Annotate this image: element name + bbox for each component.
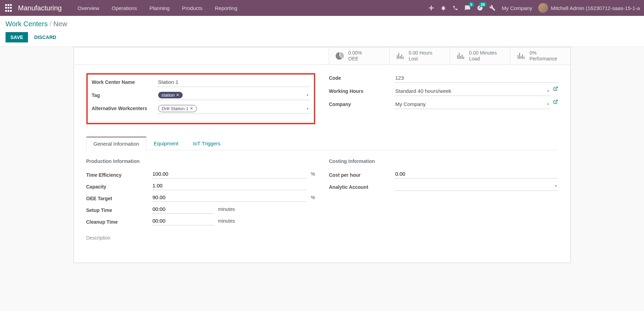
code-input[interactable] [395, 73, 558, 83]
nav-operations[interactable]: Operations [105, 1, 143, 15]
bar-chart-icon [396, 51, 405, 60]
nav-reporting[interactable]: Reporting [209, 1, 243, 15]
alt-label: Alternative Workcenters [92, 104, 157, 111]
cost-section-title: Costing Information [329, 158, 558, 164]
nav-planning[interactable]: Planning [143, 1, 176, 15]
name-label: Work Center Name [92, 77, 157, 85]
setup-input[interactable] [152, 205, 214, 214]
alt-input[interactable]: Drill Station 1 ✕ [157, 104, 310, 114]
plus-icon[interactable] [429, 5, 434, 11]
oee-target-label: OEE Target [86, 194, 152, 201]
alt-pill: Drill Station 1 ✕ [158, 105, 197, 112]
name-input[interactable] [157, 77, 310, 87]
activities-badge: 28 [479, 2, 487, 7]
tab-bar: General Information Equipment IoT Trigge… [86, 137, 558, 150]
save-button[interactable]: SAVE [6, 32, 28, 42]
desc-label: Description [86, 235, 315, 241]
time-eff-suffix: % [311, 171, 315, 177]
bar-chart-icon [517, 51, 526, 60]
apps-icon[interactable] [4, 4, 12, 12]
conversations-icon[interactable]: 5 [464, 5, 471, 11]
breadcrumb-current: New [54, 20, 67, 28]
cleanup-suffix: minutes [218, 218, 235, 224]
breadcrumb: Work Centers / New [6, 20, 638, 28]
stat-load-value: 0.00 Minutes [469, 50, 497, 56]
brand-title[interactable]: Manufacturing [18, 4, 62, 12]
stat-oee-label: OEE [348, 56, 362, 62]
cleanup-input[interactable] [152, 216, 214, 225]
analytic-label: Analytic Account [329, 182, 395, 190]
stat-lost-value: 0.00 Hours [409, 50, 432, 56]
cost-input[interactable] [395, 169, 558, 178]
pie-icon [335, 51, 344, 60]
company-switcher[interactable]: My Company [502, 5, 532, 11]
tab-general[interactable]: General Information [86, 137, 147, 150]
phone-icon[interactable] [453, 5, 458, 11]
nav-products[interactable]: Products [176, 1, 209, 15]
bug-icon[interactable] [440, 5, 446, 11]
company-external-icon[interactable] [553, 99, 558, 104]
nav-menu: Overview Operations Planning Products Re… [71, 1, 244, 15]
user-menu[interactable]: Mitchell Admin (16230712-saas-15-1-a [538, 3, 640, 13]
setup-label: Setup Time [86, 205, 152, 213]
activities-icon[interactable]: 28 [477, 5, 483, 11]
code-label: Code [329, 73, 395, 81]
tag-label: Tag [92, 90, 157, 98]
tab-iot[interactable]: IoT Triggers [186, 137, 228, 150]
stat-load-label: Load [469, 56, 497, 62]
time-eff-label: Time Efficiency [86, 170, 152, 178]
highlight-box: Work Center Name Tag station ✕ [86, 73, 315, 124]
avatar-icon [538, 3, 548, 13]
conversations-badge: 5 [469, 2, 474, 7]
discard-button[interactable]: DISCARD [29, 32, 61, 42]
stat-bar: 0.00% OEE 0.00 Hours Lost 0.00 Minutes [74, 47, 570, 65]
cost-label: Cost per hour [329, 170, 395, 178]
stat-load[interactable]: 0.00 Minutes Load [450, 47, 510, 65]
nav-overview[interactable]: Overview [71, 1, 106, 15]
setup-suffix: minutes [218, 206, 235, 212]
stat-oee-value: 0.00% [348, 50, 362, 56]
hours-label: Working Hours [329, 86, 395, 94]
analytic-input[interactable] [395, 181, 558, 191]
cleanup-label: Cleanup Time [86, 217, 152, 225]
stat-lost-label: Lost [409, 56, 432, 62]
oee-target-suffix: % [311, 195, 315, 200]
tag-pill-station: station ✕ [158, 92, 183, 98]
company-label: Company [329, 99, 395, 107]
oee-target-input[interactable] [152, 193, 307, 202]
tag-remove-icon[interactable]: ✕ [176, 93, 179, 97]
tools-icon[interactable] [489, 5, 496, 11]
stat-perf[interactable]: 0% Performance [510, 47, 570, 65]
tag-input[interactable]: station ✕ [157, 90, 310, 100]
bar-chart-icon [456, 51, 465, 60]
prod-section-title: Production Information [86, 158, 315, 164]
stat-oee[interactable]: 0.00% OEE [329, 47, 389, 65]
hours-external-icon[interactable] [553, 86, 558, 91]
capacity-input[interactable] [152, 181, 307, 190]
stat-perf-value: 0% [530, 50, 557, 56]
stat-lost[interactable]: 0.00 Hours Lost [389, 47, 450, 65]
stat-perf-label: Performance [530, 56, 557, 62]
form-sheet: 0.00% OEE 0.00 Hours Lost 0.00 Minutes [74, 47, 571, 263]
alt-remove-icon[interactable]: ✕ [190, 106, 193, 111]
breadcrumb-root[interactable]: Work Centers [6, 20, 48, 28]
breadcrumb-sep: / [49, 20, 51, 28]
tab-equipment[interactable]: Equipment [146, 137, 186, 150]
stat-spacer [74, 47, 329, 65]
capacity-label: Capacity [86, 182, 152, 189]
company-input[interactable]: My Company [395, 99, 550, 109]
user-name: Mitchell Admin (16230712-saas-15-1-a [551, 5, 640, 11]
time-eff-input[interactable] [152, 169, 307, 178]
hours-input[interactable]: Standard 40 hours/week [395, 86, 550, 96]
